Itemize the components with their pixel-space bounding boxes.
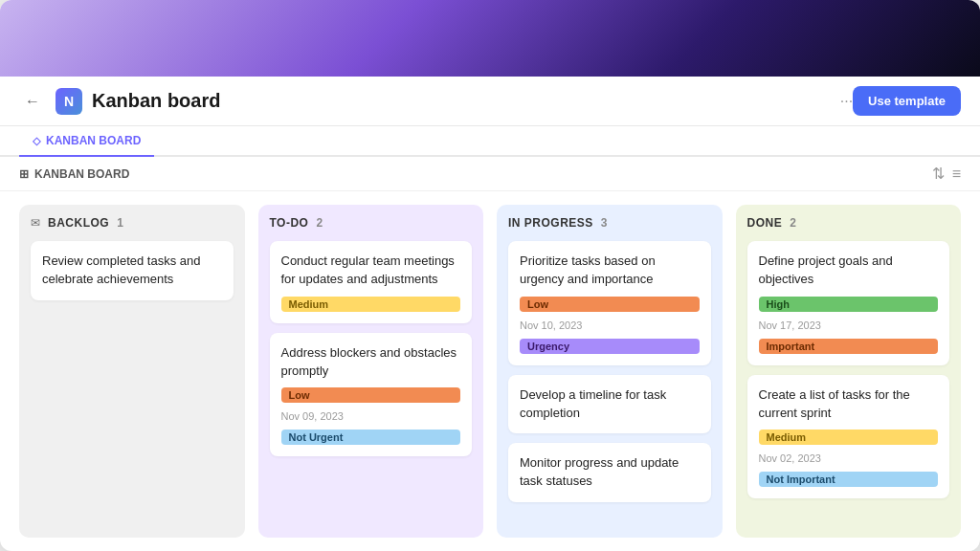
header: ← N Kanban board ··· Use template (0, 77, 980, 126)
card-todo-2: Address blockers and obstacles promptly … (270, 333, 473, 457)
badge-not-important: Not Important (759, 472, 939, 487)
card-date: Nov 09, 2023 (281, 410, 461, 422)
card-inprogress-3: Monitor progress and update task statuse… (508, 443, 711, 502)
card-inprogress-1: Prioritize tasks based on urgency and im… (508, 241, 711, 365)
card-title: Review completed tasks and celebrate ach… (42, 253, 222, 289)
back-button[interactable]: ← (19, 91, 46, 112)
badge-urgency: Urgency (520, 339, 700, 354)
page-title: Kanban board (92, 90, 831, 112)
columns-container: ✉ BACKLOG 1 Review completed tasks and c… (0, 191, 980, 551)
card-title: Prioritize tasks based on urgency and im… (520, 253, 700, 289)
use-template-button[interactable]: Use template (853, 86, 961, 116)
inprogress-title: IN PROGRESS (508, 216, 593, 230)
banner (0, 0, 980, 77)
card-date: Nov 10, 2023 (520, 320, 700, 331)
card-title: Monitor progress and update task statuse… (520, 454, 700, 491)
board-bar-icon: ⊞ (19, 167, 29, 181)
card-date: Nov 02, 2023 (759, 452, 939, 464)
board-bar-text: KANBAN BOARD (34, 167, 129, 181)
board-bar: ⊞ KANBAN BOARD ⇅ ≡ (0, 157, 980, 191)
column-done: DONE 2 Define project goals and objectiv… (736, 205, 962, 538)
todo-count: 2 (316, 216, 323, 230)
backlog-title: BACKLOG (48, 216, 109, 230)
card-title: Develop a timeline for task completion (520, 386, 700, 423)
card-inprogress-2: Develop a timeline for task completion (508, 375, 711, 434)
dots-menu[interactable]: ··· (840, 93, 853, 110)
badge-medium: Medium (759, 430, 939, 445)
card-title: Address blockers and obstacles promptly (281, 344, 461, 381)
app-icon: N (56, 88, 82, 115)
tab-kanban-label: KANBAN BOARD (46, 134, 141, 147)
filter-icon[interactable]: ≡ (952, 165, 961, 183)
badge-low: Low (281, 387, 461, 403)
card-backlog-1: Review completed tasks and celebrate ach… (31, 241, 234, 300)
tab-kanban-icon: ◇ (33, 135, 40, 147)
done-count: 2 (790, 216, 796, 230)
app-wrapper: ← N Kanban board ··· Use template ◇ KANB… (0, 0, 980, 551)
column-backlog: ✉ BACKLOG 1 Review completed tasks and c… (19, 205, 245, 538)
backlog-icon: ✉ (31, 216, 40, 230)
backlog-count: 1 (117, 216, 123, 230)
card-date: Nov 17, 2023 (759, 320, 939, 331)
column-header-todo: TO-DO 2 (270, 216, 473, 230)
inprogress-count: 3 (601, 216, 608, 230)
column-inprogress: IN PROGRESS 3 Prioritize tasks based on … (497, 205, 723, 538)
board-bar-label: ⊞ KANBAN BOARD (19, 167, 932, 181)
board-bar-actions: ⇅ ≡ (932, 165, 961, 183)
card-title: Create a list of tasks for the current s… (759, 386, 939, 423)
badge-low: Low (520, 297, 700, 312)
card-todo-1: Conduct regular team meetings for update… (270, 241, 473, 323)
column-header-inprogress: IN PROGRESS 3 (508, 216, 711, 230)
card-title: Define project goals and objectives (759, 253, 939, 289)
column-todo: TO-DO 2 Conduct regular team meetings fo… (258, 205, 484, 538)
card-done-2: Create a list of tasks for the current s… (747, 375, 950, 499)
card-title: Conduct regular team meetings for update… (281, 253, 461, 289)
todo-title: TO-DO (270, 216, 309, 230)
column-header-backlog: ✉ BACKLOG 1 (31, 216, 234, 230)
card-done-1: Define project goals and objectives High… (747, 241, 950, 365)
badge-high: High (759, 297, 939, 312)
badge-medium: Medium (281, 297, 461, 312)
done-title: DONE (747, 216, 783, 230)
tab-kanban-board[interactable]: ◇ KANBAN BOARD (19, 126, 154, 157)
column-header-done: DONE 2 (747, 216, 950, 230)
badge-not-urgent: Not Urgent (281, 430, 461, 445)
badge-important: Important (759, 339, 939, 354)
tabs-bar: ◇ KANBAN BOARD (0, 126, 980, 157)
sort-icon[interactable]: ⇅ (932, 165, 945, 183)
